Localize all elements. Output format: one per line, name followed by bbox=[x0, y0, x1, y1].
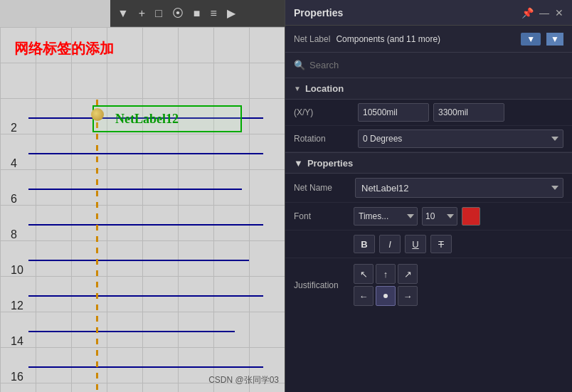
location-section-header: ▼ Location bbox=[285, 78, 572, 100]
strikethrough-button[interactable]: T bbox=[430, 235, 452, 253]
toolbar-menu-icon[interactable]: ≡ bbox=[208, 6, 220, 21]
x-input[interactable] bbox=[358, 103, 429, 122]
row-num-4: 4 bbox=[11, 146, 23, 181]
row-num-2: 2 bbox=[11, 110, 23, 146]
filter-row: Net Label Components (and 11 more) ▼ ▼ bbox=[285, 26, 572, 53]
justify-mid-right[interactable]: → bbox=[398, 286, 418, 306]
font-select[interactable]: Times... bbox=[354, 207, 418, 226]
properties-panel: Properties 📌 — ✕ Net Label Components (a… bbox=[285, 0, 572, 392]
justify-top-left[interactable]: ↖ bbox=[354, 264, 374, 284]
row-num-10: 10 bbox=[11, 253, 23, 288]
justify-top-center[interactable]: ↑ bbox=[376, 264, 396, 284]
rotation-inputs: 0 Degrees 90 Degrees 180 Degrees 270 Deg… bbox=[358, 129, 563, 148]
canvas-area: ▼ + □ ⦿ ■ ≡ ▶ 网络标签的添加 2 4 6 8 10 12 14 1… bbox=[0, 0, 285, 392]
search-input[interactable] bbox=[309, 60, 563, 70]
justification-label: Justification bbox=[294, 280, 349, 290]
netlabel-box[interactable]: NetLabel12 bbox=[92, 105, 242, 132]
vertical-dashed-line bbox=[96, 100, 98, 392]
pin-icon[interactable]: 📌 bbox=[521, 7, 534, 18]
xy-row: (X/Y) bbox=[285, 100, 572, 126]
close-icon[interactable]: ✕ bbox=[555, 7, 563, 18]
italic-button[interactable]: I bbox=[379, 235, 401, 253]
bold-button[interactable]: B bbox=[354, 235, 375, 253]
panel-title: Properties bbox=[294, 7, 343, 18]
panel-header-icons: 📌 — ✕ bbox=[521, 7, 563, 18]
horizontal-lines bbox=[0, 100, 285, 384]
font-size-select[interactable]: 10 8 12 14 bbox=[422, 207, 457, 226]
rotation-select[interactable]: 0 Degrees 90 Degrees 180 Degrees 270 Deg… bbox=[358, 129, 563, 148]
filter-label: Net Label bbox=[294, 34, 330, 44]
toolbar-filter-icon[interactable]: ▼ bbox=[115, 6, 132, 21]
row-numbers: 2 4 6 8 10 12 14 16 bbox=[11, 110, 23, 392]
toolbar-add-icon[interactable]: + bbox=[136, 6, 148, 21]
cursor-indicator bbox=[91, 108, 104, 121]
chinese-label: 网络标签的添加 bbox=[14, 39, 114, 58]
underline-button[interactable]: U bbox=[405, 235, 426, 253]
justify-mid-left[interactable]: ← bbox=[354, 286, 374, 306]
watermark: CSDN @张同学03 bbox=[208, 374, 279, 386]
net-name-label: Net Name bbox=[294, 183, 349, 193]
justification-grid: ↖ ↑ ↗ ← → bbox=[354, 264, 418, 306]
search-row: 🔍 bbox=[285, 53, 572, 78]
panel-content: ▼ Location (X/Y) Rotation 0 Degrees 90 D… bbox=[285, 78, 572, 392]
filter-arrow-button[interactable]: ▼ bbox=[546, 33, 563, 46]
location-section-label: Location bbox=[305, 83, 344, 94]
net-name-select[interactable]: NetLabel12 bbox=[355, 178, 563, 198]
font-label: Font bbox=[294, 211, 349, 221]
font-row: Font Times... 10 8 12 14 bbox=[285, 203, 572, 231]
filter-value: Components (and 11 more) bbox=[336, 34, 515, 44]
properties-collapse-icon[interactable]: ▼ bbox=[294, 158, 303, 169]
filter-funnel-icon: ▼ bbox=[526, 34, 535, 44]
row-num-16: 16 bbox=[11, 359, 23, 392]
justify-mid-center[interactable] bbox=[376, 286, 396, 306]
toolbar-arrow-icon[interactable]: ▶ bbox=[224, 5, 238, 21]
location-collapse-icon[interactable]: ▼ bbox=[294, 85, 301, 92]
row-num-8: 8 bbox=[11, 217, 23, 253]
properties-section-label: Properties bbox=[307, 158, 353, 169]
row-num-12: 12 bbox=[11, 288, 23, 324]
toolbar: ▼ + □ ⦿ ■ ≡ ▶ bbox=[110, 0, 285, 27]
netlabel-text: NetLabel12 bbox=[115, 112, 179, 127]
format-row: B I U T bbox=[285, 231, 572, 258]
properties-section-header: ▼ Properties bbox=[285, 152, 572, 174]
toolbar-square-icon[interactable]: ■ bbox=[191, 6, 203, 21]
justification-row: Justification ↖ ↑ ↗ ← → bbox=[285, 258, 572, 312]
justify-top-right[interactable]: ↗ bbox=[398, 264, 418, 284]
minimize-icon[interactable]: — bbox=[539, 7, 549, 18]
filter-funnel-button[interactable]: ▼ bbox=[521, 33, 541, 46]
y-input[interactable] bbox=[433, 103, 504, 122]
toolbar-box-icon[interactable]: □ bbox=[152, 6, 165, 21]
net-name-row: Net Name NetLabel12 bbox=[285, 174, 572, 203]
xy-label: (X/Y) bbox=[294, 107, 358, 117]
rotation-label: Rotation bbox=[294, 134, 358, 144]
xy-inputs bbox=[358, 103, 563, 122]
toolbar-lines-icon[interactable]: ⦿ bbox=[169, 6, 186, 21]
search-icon: 🔍 bbox=[294, 60, 305, 70]
justify-center-dot bbox=[383, 294, 388, 298]
rotation-row: Rotation 0 Degrees 90 Degrees 180 Degree… bbox=[285, 126, 572, 152]
color-swatch[interactable] bbox=[462, 207, 480, 226]
panel-header: Properties 📌 — ✕ bbox=[285, 0, 572, 26]
row-num-14: 14 bbox=[11, 324, 23, 359]
row-num-6: 6 bbox=[11, 181, 23, 217]
